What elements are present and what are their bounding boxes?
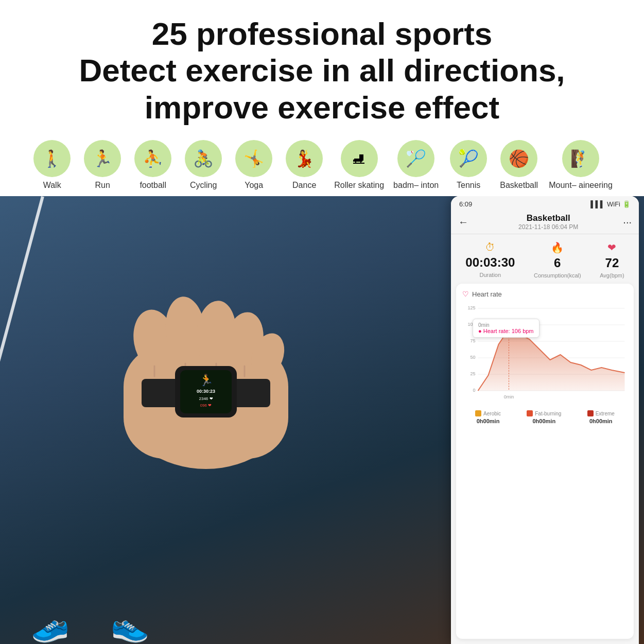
svg-text:125: 125 (467, 305, 475, 310)
hand-with-band: 🏃 00:30:23 2346 ❤ 096 ❤ (51, 227, 360, 484)
sport-item-football: ⛹ football (132, 140, 173, 190)
legend-value-1: 0h00min (533, 418, 556, 424)
stat-value-0: 00:03:30 (465, 255, 515, 270)
chart-container: 125 100 75 50 25 0 (462, 303, 628, 406)
phone-stat-1: 🔥 6 Consumption(kcal) (534, 241, 581, 279)
sport-item-rollerskating: ⛸ Roller skating (334, 140, 384, 190)
status-time: 6:09 (459, 200, 472, 208)
chart-legend: Aerobic 0h00min Fat-burning 0h00min Extr… (462, 406, 628, 424)
svg-text:2346 ❤: 2346 ❤ (199, 396, 213, 401)
svg-text:🏃: 🏃 (199, 373, 214, 387)
legend-dot-2 (587, 410, 594, 416)
stat-value-1: 6 (554, 256, 561, 270)
hand-svg: 🏃 00:30:23 2346 ❤ 096 ❤ (51, 227, 360, 484)
menu-dots-button[interactable]: ··· (623, 216, 632, 228)
phone-stat-2: ❤ 72 Avg(bpm) (600, 241, 624, 279)
stat-label-0: Duration (480, 272, 501, 278)
legend-dot-0 (475, 410, 481, 416)
shoes-area: 👟 👟 (31, 607, 149, 644)
legend-dot-1 (527, 410, 533, 416)
right-shoe-icon: 👟 (111, 607, 149, 644)
sport-icon-4: 🤸 (235, 140, 272, 177)
svg-text:096 ❤: 096 ❤ (200, 403, 212, 408)
sport-label-4: Yoga (245, 180, 263, 190)
sport-label-3: Cycling (190, 180, 217, 190)
sport-label-1: Run (95, 180, 110, 190)
sport-icon-6: ⛸ (341, 140, 378, 177)
sport-label-7: badm– inton (393, 180, 439, 190)
legend-label-2: Extreme (596, 411, 615, 416)
stat-icon-2: ❤ (607, 241, 616, 254)
legend-value-2: 0h00min (589, 418, 613, 424)
legend-label-1: Fat-burning (535, 411, 561, 416)
phone-status-bar: 6:09 ▌▌▌ WiFi 🔋 (451, 196, 639, 210)
svg-text:50: 50 (470, 355, 475, 360)
sport-item-run: 🏃 Run (82, 140, 123, 190)
sport-item-basketball: 🏀 Basketball (498, 140, 539, 190)
sport-item-dance: 💃 Dance (284, 140, 325, 190)
svg-text:00:30:23: 00:30:23 (197, 389, 215, 394)
sport-label-6: Roller skating (334, 180, 384, 190)
stat-label-1: Consumption(kcal) (534, 272, 581, 279)
wifi-icon: WiFi (607, 200, 620, 208)
legend-item-0: Aerobic 0h00min (475, 410, 501, 424)
stat-icon-1: 🔥 (551, 241, 564, 254)
sport-label-0: Walk (43, 180, 61, 190)
phone-stat-0: ⏱ 00:03:30 Duration (465, 241, 515, 279)
back-button[interactable]: ← (458, 216, 468, 228)
nav-subtitle: 2021-11-18 06:04 PM (474, 223, 623, 231)
legend-value-0: 0h00min (477, 418, 500, 424)
sport-item-yoga: 🤸 Yoga (233, 140, 274, 190)
stat-icon-0: ⏱ (485, 241, 495, 253)
sport-icon-5: 💃 (286, 140, 323, 177)
battery-icon: 🔋 (622, 200, 631, 208)
sport-item-cycling: 🚴 Cycling (183, 140, 224, 190)
stat-value-2: 72 (605, 256, 619, 270)
sport-icon-1: 🏃 (84, 140, 121, 177)
sport-label-5: Dance (292, 180, 316, 190)
chart-title: Heart rate (472, 290, 502, 298)
sport-icon-3: 🚴 (185, 140, 222, 177)
signal-icon: ▌▌▌ (590, 200, 605, 208)
legend-item-1: Fat-burning 0h00min (527, 410, 561, 424)
sport-label-10: Mount– aineering (549, 180, 613, 190)
sport-label-8: Tennis (457, 180, 480, 190)
svg-text:25: 25 (470, 371, 475, 376)
sport-label-9: Basketball (500, 180, 538, 190)
phone-stats-row: ⏱ 00:03:30 Duration 🔥 6 Consumption(kcal… (451, 234, 639, 284)
sport-item-walk: 🚶 Walk (31, 140, 73, 190)
sport-icon-10: 🧗 (562, 140, 599, 177)
svg-text:0min: 0min (504, 394, 514, 399)
nav-title-block: Basketball 2021-11-18 06:04 PM (474, 213, 623, 231)
sport-icon-2: ⛹ (134, 140, 171, 177)
nav-title: Basketball (474, 213, 623, 223)
sport-icon-8: 🎾 (450, 140, 487, 177)
page-wrapper: 25 professional sports Detect exercise i… (0, 0, 644, 644)
svg-text:0: 0 (473, 388, 475, 393)
legend-item-2: Extreme 0h00min (587, 410, 615, 424)
sport-item-badm–inton: 🏸 badm– inton (393, 140, 439, 190)
sport-icon-0: 🚶 (33, 140, 71, 177)
status-icons: ▌▌▌ WiFi 🔋 (590, 200, 631, 208)
chart-tooltip: 0min ● Heart rate: 106 bpm (473, 319, 539, 338)
svg-text:75: 75 (470, 338, 475, 343)
bottom-section: 🏃 00:30:23 2346 ❤ 096 ❤ 👟 👟 6:09 ▌▌▌ WiF… (0, 196, 644, 644)
left-shoe-icon: 👟 (31, 607, 69, 644)
sports-row: 🚶 Walk 🏃 Run ⛹ football 🚴 Cycling 🤸 Yoga… (0, 131, 644, 196)
chart-header: ♡ Heart rate (462, 290, 628, 298)
sport-item-mount–aineering: 🧗 Mount– aineering (549, 140, 613, 190)
main-title: 25 professional sports Detect exercise i… (21, 15, 623, 126)
sport-icon-7: 🏸 (397, 140, 434, 177)
header-section: 25 professional sports Detect exercise i… (0, 0, 644, 131)
chart-section: ♡ Heart rate 125 100 75 50 25 0 (456, 284, 634, 639)
phone-panel: 6:09 ▌▌▌ WiFi 🔋 ← Basketball 2021-11-18 … (451, 196, 639, 644)
phone-nav-bar: ← Basketball 2021-11-18 06:04 PM ··· (451, 210, 639, 234)
sport-item-tennis: 🎾 Tennis (448, 140, 489, 190)
sport-label-2: football (140, 180, 166, 190)
stat-label-2: Avg(bpm) (600, 272, 624, 279)
sport-icon-9: 🏀 (500, 140, 537, 177)
legend-label-0: Aerobic (483, 411, 501, 416)
heart-rate-icon: ♡ (462, 290, 469, 298)
